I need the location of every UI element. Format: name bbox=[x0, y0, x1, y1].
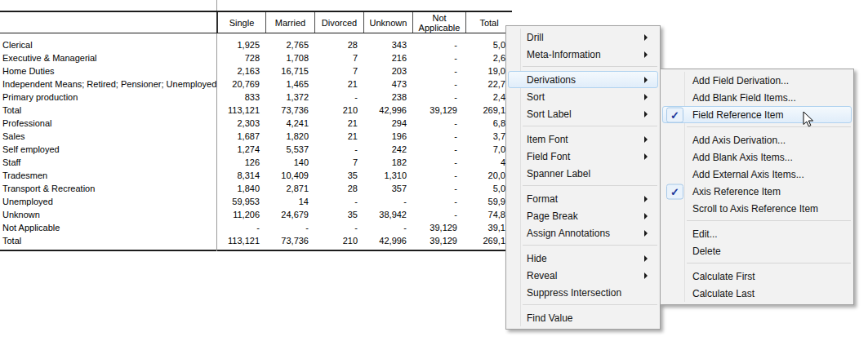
table-cell[interactable]: 16,715 bbox=[265, 64, 314, 78]
table-cell[interactable]: 11,206 bbox=[216, 208, 265, 221]
table-cell[interactable]: 73,736 bbox=[265, 234, 314, 247]
table-cell[interactable]: 1,465 bbox=[265, 78, 314, 91]
table-cell[interactable]: 1,687 bbox=[216, 130, 265, 143]
table-cell[interactable]: 203 bbox=[363, 64, 412, 78]
table-cell[interactable]: 20,769 bbox=[216, 78, 265, 91]
table-cell[interactable]: - bbox=[412, 143, 465, 156]
table-cell[interactable]: 2,871 bbox=[265, 182, 314, 195]
menu-item-calculate-first[interactable]: Calculate First bbox=[662, 268, 852, 285]
table-cell[interactable]: 21 bbox=[314, 130, 363, 143]
table-cell[interactable]: - bbox=[412, 156, 465, 169]
row-label[interactable]: Executive & Managerial bbox=[0, 51, 216, 64]
table-cell[interactable]: - bbox=[314, 91, 363, 104]
row-label[interactable]: Total bbox=[0, 104, 216, 117]
table-cell[interactable]: - bbox=[412, 64, 465, 78]
table-cell[interactable]: 1,925 bbox=[216, 38, 265, 51]
row-label[interactable]: Transport & Recreation bbox=[0, 182, 216, 195]
menu-item-scroll-to-axis-reference-item[interactable]: Scroll to Axis Reference Item bbox=[662, 200, 852, 217]
table-cell[interactable]: - bbox=[412, 130, 465, 143]
row-label[interactable]: Unknown bbox=[0, 208, 216, 221]
table-cell[interactable]: - bbox=[412, 208, 465, 221]
table-cell[interactable]: 216 bbox=[363, 51, 412, 64]
menu-item-drill[interactable]: Drill bbox=[508, 29, 658, 46]
row-label[interactable]: Staff bbox=[0, 156, 216, 169]
table-cell[interactable]: 140 bbox=[265, 156, 314, 169]
table-cell[interactable]: 210 bbox=[314, 104, 363, 117]
table-cell[interactable]: 2,303 bbox=[216, 117, 265, 130]
table-cell[interactable]: - bbox=[314, 143, 363, 156]
table-cell[interactable]: - bbox=[412, 117, 465, 130]
column-header-not-applicable[interactable]: Not Applicable bbox=[412, 12, 465, 33]
table-cell[interactable]: 4,241 bbox=[265, 117, 314, 130]
table-cell[interactable]: 28 bbox=[314, 182, 363, 195]
menu-item-field-reference-item[interactable]: ✓Field Reference Item bbox=[662, 106, 852, 123]
table-cell[interactable]: 7 bbox=[314, 64, 363, 78]
row-label[interactable]: Unemployed bbox=[0, 195, 216, 208]
table-cell[interactable]: 35 bbox=[314, 169, 363, 182]
table-cell[interactable]: 73,736 bbox=[265, 104, 314, 117]
table-cell[interactable]: 2,163 bbox=[216, 64, 265, 78]
table-cell[interactable]: - bbox=[412, 195, 465, 208]
table-cell[interactable]: - bbox=[412, 51, 465, 64]
menu-item-edit[interactable]: Edit... bbox=[662, 225, 852, 242]
table-cell[interactable]: 1,274 bbox=[216, 143, 265, 156]
menu-item-delete[interactable]: Delete bbox=[662, 242, 852, 259]
table-cell[interactable]: 728 bbox=[216, 51, 265, 64]
table-cell[interactable]: 39,129 bbox=[412, 234, 465, 247]
row-label[interactable]: Self employed bbox=[0, 143, 216, 156]
table-cell[interactable]: 24,679 bbox=[265, 208, 314, 221]
table-cell[interactable]: 35 bbox=[314, 208, 363, 221]
table-cell[interactable]: 473 bbox=[363, 78, 412, 91]
table-cell[interactable]: 28 bbox=[314, 38, 363, 51]
menu-item-sort[interactable]: Sort bbox=[508, 88, 658, 105]
table-cell[interactable]: 343 bbox=[363, 38, 412, 51]
table-cell[interactable]: - bbox=[314, 195, 363, 208]
table-cell[interactable]: - bbox=[265, 221, 314, 234]
menu-item-field-font[interactable]: Field Font bbox=[508, 148, 658, 165]
column-header-unknown[interactable]: Unknown bbox=[363, 12, 412, 33]
table-cell[interactable]: 59,953 bbox=[216, 195, 265, 208]
row-label[interactable]: Not Applicable bbox=[0, 221, 216, 234]
table-cell[interactable]: 38,942 bbox=[363, 208, 412, 221]
table-cell[interactable]: 39,129 bbox=[412, 104, 465, 117]
table-cell[interactable]: 182 bbox=[363, 156, 412, 169]
row-label[interactable]: Tradesmen bbox=[0, 169, 216, 182]
menu-item-find-value[interactable]: Find Value bbox=[508, 309, 658, 326]
table-cell[interactable]: 21 bbox=[314, 78, 363, 91]
table-cell[interactable]: 1,820 bbox=[265, 130, 314, 143]
table-cell[interactable]: 14 bbox=[265, 195, 314, 208]
menu-item-item-font[interactable]: Item Font bbox=[508, 131, 658, 148]
table-cell[interactable]: 7 bbox=[314, 51, 363, 64]
menu-item-page-break[interactable]: Page Break bbox=[508, 207, 658, 224]
table-cell[interactable]: 1,310 bbox=[363, 169, 412, 182]
table-cell[interactable]: 1,840 bbox=[216, 182, 265, 195]
table-cell[interactable]: 357 bbox=[363, 182, 412, 195]
table-cell[interactable]: 42,996 bbox=[363, 234, 412, 247]
menu-item-sort-label[interactable]: Sort Label bbox=[508, 105, 658, 122]
menu-item-axis-reference-item[interactable]: ✓Axis Reference Item bbox=[662, 183, 852, 200]
table-cell[interactable]: 5,537 bbox=[265, 143, 314, 156]
table-cell[interactable]: 39,129 bbox=[412, 221, 465, 234]
table-cell[interactable]: - bbox=[412, 78, 465, 91]
table-cell[interactable]: - bbox=[412, 38, 465, 51]
table-cell[interactable]: - bbox=[314, 221, 363, 234]
menu-item-add-axis-derivation[interactable]: Add Axis Derivation... bbox=[662, 131, 852, 148]
menu-item-assign-annotations[interactable]: Assign Annotations bbox=[508, 224, 658, 241]
column-header-single[interactable]: Single bbox=[216, 12, 265, 33]
table-cell[interactable]: 113,121 bbox=[216, 104, 265, 117]
menu-item-add-external-axis-items[interactable]: Add External Axis Items... bbox=[662, 166, 852, 183]
menu-item-meta-information[interactable]: Meta-Information bbox=[508, 46, 658, 63]
table-cell[interactable]: 833 bbox=[216, 91, 265, 104]
table-cell[interactable]: - bbox=[412, 91, 465, 104]
menu-item-spanner-label[interactable]: Spanner Label bbox=[508, 165, 658, 182]
column-header-married[interactable]: Married bbox=[265, 12, 314, 33]
table-cell[interactable]: 294 bbox=[363, 117, 412, 130]
table-cell[interactable]: 242 bbox=[363, 143, 412, 156]
menu-item-hide[interactable]: Hide bbox=[508, 250, 658, 267]
menu-item-add-field-derivation[interactable]: Add Field Derivation... bbox=[662, 72, 852, 89]
table-cell[interactable]: - bbox=[412, 182, 465, 195]
table-cell[interactable]: 42,996 bbox=[363, 104, 412, 117]
table-cell[interactable]: 1,708 bbox=[265, 51, 314, 64]
row-label[interactable]: Primary production bbox=[0, 91, 216, 104]
row-label[interactable]: Sales bbox=[0, 130, 216, 143]
